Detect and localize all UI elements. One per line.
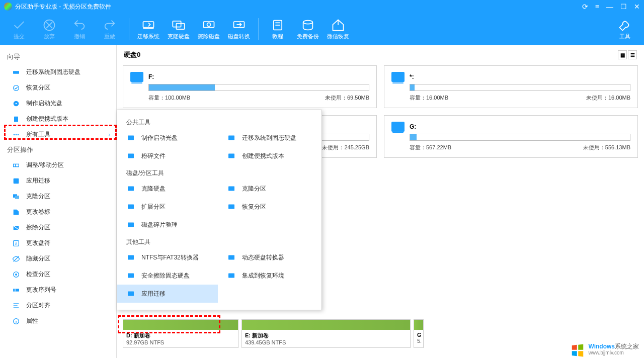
resize-icon [12,161,21,169]
disk-segment[interactable]: E: 新加卷439.45GB NTFS [242,319,411,348]
popup-item-label: 扩展分区 [141,203,166,211]
wipe-disk-button[interactable]: 擦除磁盘 [195,14,223,44]
sidebar-item-label: 恢复分区 [26,83,50,92]
svg-rect-23 [14,164,19,166]
popup-item[interactable]: 安全擦除固态硬盘 [117,266,218,285]
sidebar-item[interactable]: 制作启动光盘 [0,96,116,111]
disc-icon [12,100,21,108]
serial-icon [12,286,21,294]
popup-item[interactable]: 粉碎文件 [117,147,218,165]
partition-card[interactable]: F:容量：100.00MB未使用：69.50MB [123,65,377,108]
sidebar-item-label: 迁移系统到固态硬盘 [26,68,80,76]
sidebar-item[interactable]: 擦除分区 [0,220,116,235]
popup-item[interactable]: 制作启动光盘 [117,129,218,147]
menu-icon[interactable]: ≡ [595,3,599,11]
popup-section-public: 公共工具 [117,114,321,129]
partition-card[interactable]: G:容量：567.22MB未使用：556.13MB [384,115,638,158]
popup-item-label: 动态硬盘转换器 [242,253,284,262]
segment-name: D: 新加卷 [126,332,235,339]
sidebar-item[interactable]: 检查分区 [0,266,116,282]
view-toggle[interactable]: ▦ ☰ [618,50,637,59]
tutorial-button[interactable]: 教程 [264,14,292,44]
svg-rect-19 [14,116,18,122]
redo-button[interactable]: 重做 [96,14,124,44]
popup-item[interactable]: 扩展分区 [117,198,218,216]
svg-text:A: A [15,241,18,245]
popup-item[interactable]: 恢复分区 [218,198,318,216]
svg-rect-50 [128,205,134,209]
close-icon[interactable]: ✕ [634,3,640,11]
sidebar-item[interactable]: 隐藏分区 [0,251,116,266]
undo-button[interactable]: 撤销 [65,14,94,44]
tool-icon [227,184,237,193]
sidebar-item[interactable]: 所有工具› [0,127,116,142]
popup-item-label: 应用迁移 [141,290,166,298]
sidebar-item[interactable]: 应用迁移 [0,173,116,189]
sidebar: 向导 迁移系统到固态硬盘恢复分区制作启动光盘创建便携式版本所有工具› 分区操作 … [0,45,117,358]
backup-button[interactable]: 免费备份 [294,14,322,44]
popup-item-label: 集成到恢复环境 [242,272,284,280]
tools-icon [12,131,21,139]
grid-view-icon[interactable]: ▦ [618,50,627,59]
clone-disk-button[interactable]: 克隆硬盘 [165,14,193,44]
sidebar-item[interactable]: 分区对齐 [0,298,116,313]
svg-rect-52 [128,223,134,227]
refresh-icon[interactable]: ⟳ [582,3,588,11]
tool-icon [227,202,237,211]
partition-card[interactable]: *:容量：16.00MB未使用：16.00MB [384,65,638,108]
commit-button[interactable]: 提交 [5,14,33,44]
drive-icon [391,122,405,132]
list-view-icon[interactable]: ☰ [628,50,637,59]
maximize-icon[interactable]: ☐ [620,3,627,11]
popup-item[interactable]: 克隆硬盘 [117,180,218,198]
svg-rect-47 [228,154,234,158]
popup-item[interactable]: 应用迁移 [117,285,218,303]
disk-segment[interactable]: D: 新加卷92.97GB NTFS [123,319,238,348]
migrate-os-button[interactable]: 迁移系统 [134,14,163,44]
sidebar-item[interactable]: 恢复分区 [0,80,116,96]
capacity-label: 容量：567.22MB [410,144,451,151]
wechat-icon [331,19,345,32]
tool-icon [227,253,237,262]
popup-item[interactable]: 动态硬盘转换器 [218,248,318,266]
popup-item-label: NTFS与FAT32转换器 [141,253,199,262]
sidebar-item[interactable]: 更改卷标 [0,204,116,220]
redo-icon [103,19,117,32]
sidebar-item[interactable]: 属性 [0,313,116,329]
convert-disk-button[interactable]: 磁盘转换 [225,14,253,44]
popup-item[interactable]: 克隆分区 [218,180,318,198]
popup-item[interactable]: 创建便携式版本 [218,147,318,165]
popup-item-label: 粉碎文件 [141,152,166,160]
wechat-recovery-button[interactable]: 微信恢复 [324,14,352,44]
popup-item[interactable]: NTFS与FAT32转换器 [117,248,218,266]
portable-icon [12,115,21,123]
tool-icon [227,151,237,160]
sidebar-item[interactable]: 调整/移动分区 [0,157,116,173]
popup-item[interactable]: 迁移系统到固态硬盘 [218,129,318,147]
popup-item[interactable]: 集成到恢复环境 [218,266,318,285]
hide-icon [12,255,21,263]
svg-rect-5 [173,21,181,27]
tool-icon [126,289,136,298]
app-icon [12,177,21,185]
segment-size: 439.45GB NTFS [245,339,407,345]
tools-button[interactable]: 工具 [611,14,639,44]
sidebar-item-label: 克隆分区 [26,192,50,201]
svg-rect-53 [128,255,134,260]
minimize-icon[interactable]: — [606,3,613,11]
popup-item-label: 创建便携式版本 [242,152,284,160]
align-icon [12,302,21,310]
clone-icon [12,193,21,201]
sidebar-item[interactable]: 迁移系统到固态硬盘 [0,64,116,80]
svg-rect-48 [128,187,134,191]
sidebar-item[interactable]: 克隆分区 [0,189,116,204]
disk-segment[interactable]: G5. [414,319,424,348]
sidebar-item[interactable]: A更改盘符 [0,235,116,251]
discard-button[interactable]: 放弃 [35,14,63,44]
popup-item[interactable]: 磁盘碎片整理 [117,216,218,234]
svg-rect-56 [228,274,234,278]
sidebar-item[interactable]: 创建便携式版本 [0,111,116,127]
sidebar-item[interactable]: 更改序列号 [0,282,116,298]
unused-label: 未使用：69.50MB [325,94,369,102]
svg-point-16 [14,85,19,91]
